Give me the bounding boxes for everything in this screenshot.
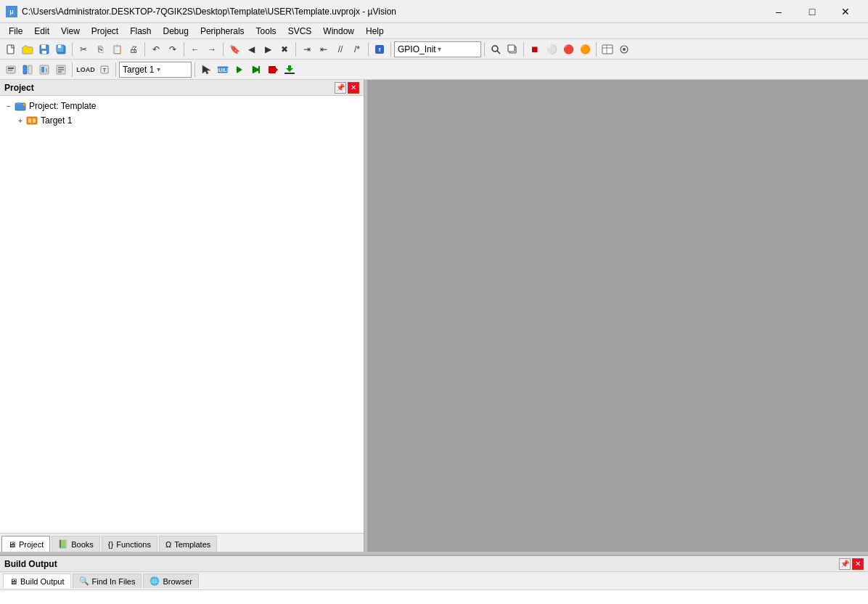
- target-dropdown[interactable]: Target 1 ▾: [119, 62, 192, 78]
- gpio-dropdown-arrow: ▾: [438, 45, 478, 53]
- tab-functions[interactable]: {} Functions: [102, 536, 157, 552]
- project-panel-controls: 📌 ✕: [335, 82, 359, 94]
- menu-edit[interactable]: Edit: [28, 25, 55, 38]
- save-file-button[interactable]: [36, 41, 52, 57]
- function-dropdown[interactable]: GPIO_Init ▾: [394, 41, 481, 57]
- project-root-label: Project: Template: [29, 101, 97, 111]
- menu-peripherals[interactable]: Peripherals: [195, 25, 250, 38]
- build-output-tabs: 🖥 Build Output 🔍 Find In Files 🌐 Browser: [0, 572, 868, 590]
- bookmark-prev-button[interactable]: ◀: [243, 41, 259, 57]
- svg-point-45: [22, 103, 25, 106]
- cursor-btn[interactable]: [198, 62, 214, 78]
- new-file-button[interactable]: [3, 41, 19, 57]
- open-file-button[interactable]: [20, 41, 36, 57]
- settings-button[interactable]: [616, 41, 632, 57]
- target-text: Target 1: [123, 65, 154, 75]
- uncomment-button[interactable]: /*: [349, 41, 365, 57]
- project-bottom-tabs: 🖥 Project 📗 Books {} Functions Ω Templat…: [0, 533, 364, 552]
- close-button[interactable]: ✕: [829, 0, 862, 23]
- bookmark-next-button[interactable]: ▶: [260, 41, 276, 57]
- paste-button[interactable]: 📋: [109, 41, 125, 57]
- load-button[interactable]: LOAD: [75, 62, 96, 78]
- title-bar: μ C:\Users\Administrator.DESKTOP-7QGIK2S…: [0, 0, 868, 23]
- root-expand-icon[interactable]: −: [3, 100, 15, 112]
- menu-flash[interactable]: Flash: [124, 25, 157, 38]
- debug-circle-button[interactable]: ⚪: [544, 41, 560, 57]
- menu-view[interactable]: View: [55, 25, 86, 38]
- stop-button[interactable]: ⏹: [527, 41, 543, 57]
- find-button[interactable]: [488, 41, 504, 57]
- tb2-icon1[interactable]: [3, 62, 19, 78]
- build-output-pin-button[interactable]: 📌: [839, 558, 851, 570]
- view-grid-button[interactable]: [599, 41, 615, 57]
- tb2-icon4[interactable]: [53, 62, 69, 78]
- indent-button[interactable]: ⇥: [299, 41, 315, 57]
- svg-rect-20: [8, 68, 14, 69]
- menu-window[interactable]: Window: [317, 25, 360, 38]
- redo-button[interactable]: ↷: [165, 41, 181, 57]
- build-tab-find[interactable]: 🔍 Find In Files: [73, 574, 142, 588]
- toolbar-sep-6: [368, 42, 369, 57]
- svg-rect-3: [41, 45, 46, 49]
- project-panel-pin-button[interactable]: 📌: [335, 82, 346, 94]
- target1-expand-icon[interactable]: +: [15, 115, 26, 126]
- svg-rect-4: [42, 51, 46, 54]
- minimize-button[interactable]: –: [762, 0, 795, 23]
- debug-red-button[interactable]: 🔴: [560, 41, 576, 57]
- build-output-close-button[interactable]: ✕: [852, 558, 864, 570]
- target1-item[interactable]: + Target 1: [0, 113, 364, 128]
- menu-debug[interactable]: Debug: [157, 25, 195, 38]
- comment-button[interactable]: //: [332, 41, 348, 57]
- nav-back-button[interactable]: ←: [187, 41, 203, 57]
- svg-text:f: f: [379, 46, 381, 53]
- menu-tools[interactable]: Tools: [250, 25, 282, 38]
- project-panel-close-button[interactable]: ✕: [348, 82, 359, 94]
- menu-project[interactable]: Project: [86, 25, 124, 38]
- toolbar-sep-2: [144, 42, 145, 57]
- project-panel: Project 📌 ✕ − Pr: [0, 80, 364, 552]
- save-all-button[interactable]: [53, 41, 69, 57]
- tab-templates[interactable]: Ω Templates: [159, 536, 217, 552]
- svg-rect-23: [28, 65, 32, 74]
- debug-orange-button[interactable]: 🟠: [577, 41, 593, 57]
- debug-start-btn[interactable]: [248, 62, 264, 78]
- copy-btn2[interactable]: [504, 41, 520, 57]
- nav-fwd-button[interactable]: →: [204, 41, 220, 57]
- project-root-item[interactable]: − Project: Template: [0, 99, 364, 113]
- content-area: Project 📌 ✕ − Pr: [0, 80, 868, 552]
- gpio-dropdown-text: GPIO_Init: [398, 44, 438, 54]
- undo-button[interactable]: ↶: [148, 41, 164, 57]
- tab-books[interactable]: 📗 Books: [52, 536, 100, 552]
- stop-debug-btn[interactable]: [265, 62, 281, 78]
- tab-project-label: Project: [19, 540, 44, 549]
- svg-rect-14: [602, 45, 613, 54]
- tb2-translate[interactable]: T: [97, 62, 112, 78]
- bookmark-clear-button[interactable]: ✖: [277, 41, 292, 57]
- menu-bar: File Edit View Project Flash Debug Perip…: [0, 23, 868, 39]
- tab-functions-label: Functions: [116, 540, 151, 549]
- build-btn[interactable]: BUILD: [215, 62, 231, 78]
- build-tab-browser[interactable]: 🌐 Browser: [143, 574, 198, 588]
- copy-button[interactable]: ⎘: [92, 41, 108, 57]
- build-tab-output[interactable]: 🖥 Build Output: [3, 574, 71, 588]
- menu-help[interactable]: Help: [360, 25, 390, 38]
- unindent-button[interactable]: ⇤: [316, 41, 332, 57]
- svg-point-18: [623, 48, 626, 51]
- svg-rect-26: [46, 68, 47, 73]
- bookmark-toggle-button[interactable]: 🔖: [226, 41, 242, 57]
- maximize-button[interactable]: □: [795, 0, 829, 23]
- function-btn[interactable]: f: [372, 41, 388, 57]
- tab-project[interactable]: 🖥 Project: [1, 536, 50, 552]
- cut-button[interactable]: ✂: [75, 41, 91, 57]
- run-btn[interactable]: [232, 62, 247, 78]
- project-icon: [15, 100, 26, 112]
- build-output-header: Build Output 📌 ✕: [0, 556, 868, 572]
- tb2-icon3[interactable]: [36, 62, 52, 78]
- menu-svcs[interactable]: SVCS: [282, 25, 318, 38]
- print-button[interactable]: 🖨: [126, 41, 142, 57]
- download-btn[interactable]: [282, 62, 298, 78]
- tb2-icon2[interactable]: [20, 62, 36, 78]
- menu-file[interactable]: File: [3, 25, 28, 38]
- toolbar-sep-5: [295, 42, 296, 57]
- title-bar-left: μ C:\Users\Administrator.DESKTOP-7QGIK2S…: [6, 6, 396, 17]
